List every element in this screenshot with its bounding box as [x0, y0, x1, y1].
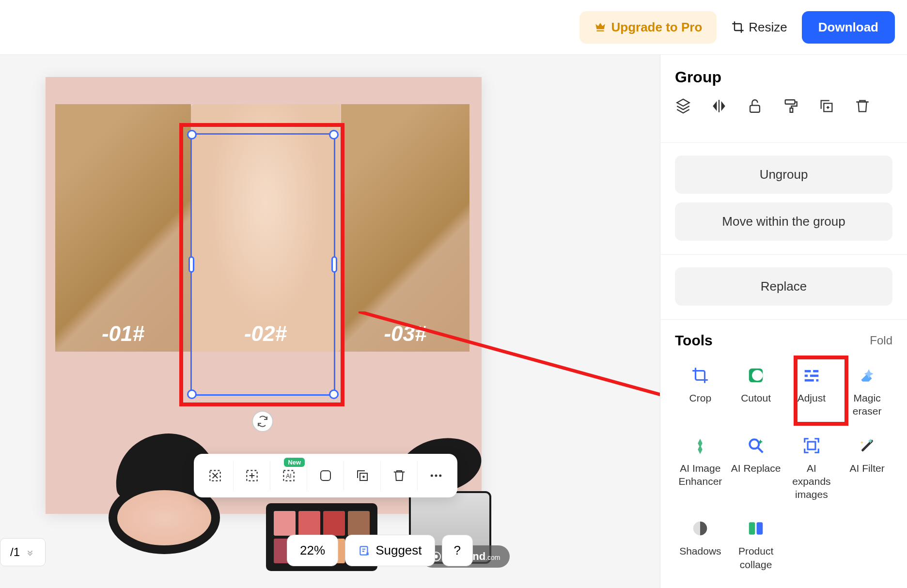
topbar: Upgrade to Pro Resize Download — [0, 0, 907, 55]
trash-icon — [392, 468, 407, 483]
help-button[interactable]: ? — [442, 535, 473, 566]
suggest-icon — [358, 544, 371, 557]
svg-rect-28 — [757, 523, 763, 535]
tool-ai-replace[interactable]: AI Replace — [731, 432, 782, 505]
duplicate-button[interactable] — [344, 461, 381, 491]
crop-icon — [731, 20, 745, 34]
more-icon — [429, 468, 443, 483]
tools-grid: CropCutoutAdjustMagic eraserAI Image Enh… — [675, 361, 892, 575]
fold-toggle[interactable]: Fold — [870, 334, 892, 347]
shadows-icon — [690, 518, 710, 539]
remove-bg-icon — [207, 468, 223, 483]
ai-expand-icon — [801, 435, 822, 456]
chevron-down-icon — [25, 547, 35, 557]
svg-rect-14 — [785, 100, 795, 104]
style-button[interactable] — [782, 98, 799, 114]
svg-point-9 — [435, 475, 438, 477]
smart-fit-button[interactable] — [234, 461, 270, 491]
tool-ai-filter[interactable]: AI Filter — [842, 432, 892, 505]
layers-button[interactable] — [675, 98, 691, 114]
artboard[interactable]: -01# -02# -03# insMind.com — [46, 77, 482, 514]
svg-rect-25 — [808, 442, 815, 449]
product-collage-icon — [746, 518, 766, 539]
ungroup-button[interactable]: Ungroup — [675, 155, 892, 194]
tool-label: Crop — [689, 391, 712, 404]
rotate-icon — [257, 416, 268, 427]
svg-rect-22 — [805, 379, 814, 382]
tool-magic-eraser[interactable]: Magic eraser — [842, 361, 892, 422]
svg-point-8 — [431, 475, 433, 477]
zoom-indicator[interactable]: 22% — [287, 535, 338, 566]
delete-panel-button[interactable] — [854, 98, 871, 114]
group-icon-row — [675, 98, 892, 128]
svg-rect-27 — [749, 523, 755, 535]
paint-roller-icon — [782, 98, 799, 114]
svg-rect-6 — [321, 471, 330, 480]
svg-point-24 — [750, 439, 759, 449]
delete-button[interactable] — [381, 461, 418, 491]
flip-icon — [711, 98, 727, 114]
tool-label: AI Replace — [731, 462, 781, 475]
tool-product-collage[interactable]: Product collage — [731, 514, 782, 575]
ai-filter-icon — [857, 435, 877, 456]
ai-replace-icon — [746, 435, 766, 456]
collage-photo-3[interactable]: -03# — [341, 104, 469, 352]
svg-rect-20 — [805, 374, 808, 377]
svg-point-17 — [752, 370, 763, 381]
trash-icon — [854, 98, 871, 114]
ai-icon: AI — [281, 468, 297, 483]
unlock-icon — [747, 98, 763, 114]
replace-button[interactable]: Replace — [675, 267, 892, 306]
svg-point-10 — [439, 475, 441, 477]
duplicate-icon — [355, 468, 370, 483]
download-button[interactable]: Download — [802, 11, 895, 44]
crown-icon — [594, 21, 607, 33]
upgrade-label: Upgrade to Pro — [611, 20, 703, 35]
ai-enhancer-icon — [690, 435, 710, 456]
more-button[interactable] — [418, 461, 454, 491]
upgrade-button[interactable]: Upgrade to Pro — [579, 11, 717, 44]
svg-rect-19 — [813, 370, 818, 372]
side-panel: Group Ungroup Move within the group Repl… — [660, 55, 907, 588]
layers-icon — [675, 98, 691, 114]
tools-title: Tools — [675, 332, 713, 349]
copy-button[interactable] — [818, 98, 835, 114]
remove-bg-button[interactable] — [197, 461, 234, 491]
panel-title: Group — [675, 68, 892, 86]
tool-label: Cutout — [741, 391, 771, 404]
tool-label: Product collage — [731, 544, 782, 571]
floating-toolbar: NewAI — [194, 454, 457, 497]
rotate-handle[interactable] — [252, 411, 273, 432]
smart-fit-icon — [244, 468, 260, 483]
move-within-group-button[interactable]: Move within the group — [675, 202, 892, 241]
tool-shadows[interactable]: Shadows — [675, 514, 726, 575]
photo-label-3: -03# — [384, 322, 426, 346]
tool-label: Shadows — [679, 544, 721, 557]
photo-label-2: -02# — [244, 322, 287, 346]
magic-eraser-icon — [857, 365, 877, 386]
collage-photo-2[interactable]: -02# — [191, 104, 340, 352]
tool-ai-enhancer[interactable]: AI Image Enhancer — [675, 432, 726, 505]
lock-button[interactable] — [747, 98, 763, 114]
tool-label: AI expands images — [786, 462, 837, 501]
svg-rect-23 — [816, 379, 818, 382]
canvas-area[interactable]: -01# -02# -03# insMind.com Ne — [0, 55, 660, 588]
svg-rect-13 — [750, 106, 760, 112]
resize-button[interactable]: Resize — [731, 20, 787, 35]
border-radius-button[interactable] — [307, 461, 344, 491]
ai-tools-button[interactable]: NewAI — [270, 461, 307, 491]
collage-photo-1[interactable]: -01# — [55, 104, 191, 352]
tool-adjust[interactable]: Adjust — [786, 361, 837, 422]
rounded-square-icon — [318, 468, 333, 483]
tool-crop[interactable]: Crop — [675, 361, 726, 422]
resize-label: Resize — [749, 20, 787, 35]
suggest-button[interactable]: Suggest — [345, 535, 435, 566]
page-indicator[interactable]: /1 — [0, 538, 46, 566]
svg-rect-18 — [805, 370, 811, 372]
adjust-icon — [801, 365, 822, 386]
flip-button[interactable] — [711, 98, 727, 114]
tool-ai-expand[interactable]: AI expands images — [786, 432, 837, 505]
tool-cutout[interactable]: Cutout — [731, 361, 782, 422]
tool-label: AI Image Enhancer — [675, 462, 726, 488]
new-badge: New — [284, 458, 305, 467]
